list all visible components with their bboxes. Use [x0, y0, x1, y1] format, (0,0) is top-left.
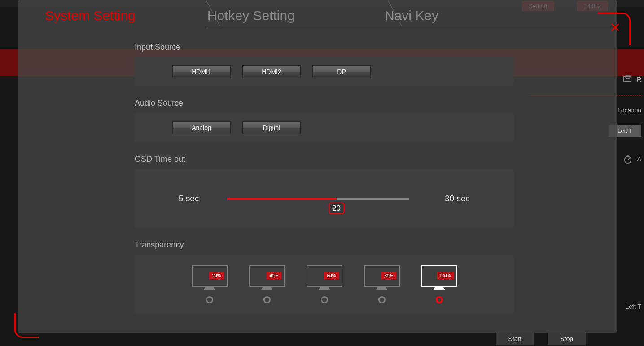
tab-hotkey-setting[interactable]: Hotkey Setting: [162, 0, 331, 32]
radio-icon: [436, 296, 443, 303]
input-source-panel: HDMI1 HDMI2 DP: [135, 57, 514, 86]
audio-digital-button[interactable]: Digital: [242, 121, 301, 134]
monitor-stand: [204, 286, 215, 290]
bg-r-label: R: [637, 76, 641, 83]
screen-icon: [622, 74, 632, 84]
input-hdmi2-button[interactable]: HDMI2: [242, 65, 301, 78]
tab-navi-key[interactable]: Navi Key: [331, 0, 465, 32]
radio-icon: [206, 296, 213, 303]
monitor-stand: [434, 286, 445, 290]
input-hdmi1-button[interactable]: HDMI1: [172, 65, 231, 78]
osd-timeout-panel: 5 sec 30 sec 20: [135, 169, 514, 228]
tab-bar: System Setting Hotkey Setting Navi Key: [18, 0, 617, 32]
monitor-stand: [319, 286, 330, 290]
audio-source-panel: Analog Digital: [135, 113, 514, 142]
radio-icon: [378, 296, 386, 303]
bg-start-btn: Start: [496, 333, 534, 345]
transparency-option-20[interactable]: 20%: [192, 265, 228, 303]
osd-min-label: 5 sec: [179, 194, 199, 203]
transparency-option-60[interactable]: 60%: [307, 265, 342, 303]
osd-slider-fill: [227, 198, 337, 200]
audio-analog-button[interactable]: Analog: [172, 121, 231, 134]
bg-stop-btn: Stop: [548, 333, 586, 345]
transparency-panel: 20%40%60%80%100%: [135, 255, 514, 313]
monitor-stand: [376, 286, 388, 290]
timer-icon: [623, 154, 633, 164]
transparency-option-40[interactable]: 40%: [249, 265, 285, 303]
osd-timeout-label: OSD Time out: [135, 155, 514, 164]
monitor-stand: [261, 286, 273, 290]
monitor-icon: 40%: [249, 265, 285, 287]
close-icon[interactable]: ✕: [609, 20, 621, 35]
bg-left-t: Left T: [625, 303, 641, 310]
settings-modal: System Setting Hotkey Setting Navi Key ✕…: [18, 0, 617, 333]
background-bottom-buttons: Start Stop: [496, 333, 586, 345]
osd-max-label: 30 sec: [445, 194, 470, 203]
input-dp-button[interactable]: DP: [312, 65, 371, 78]
radio-icon: [321, 296, 328, 303]
radio-icon: [263, 296, 271, 303]
transparency-option-80[interactable]: 80%: [364, 265, 400, 303]
transparency-tag: 40%: [267, 272, 281, 279]
transparency-tag: 60%: [324, 272, 338, 279]
osd-slider-track[interactable]: [227, 198, 409, 200]
transparency-tag: 80%: [381, 272, 396, 279]
bg-a-label: A: [637, 156, 641, 163]
transparency-tag: 100%: [437, 272, 454, 279]
bg-location-label: Location: [618, 107, 641, 114]
transparency-tag: 20%: [209, 272, 223, 279]
monitor-icon: 60%: [307, 265, 342, 287]
input-source-label: Input Source: [135, 43, 514, 52]
monitor-icon: 80%: [364, 265, 400, 287]
audio-source-label: Audio Source: [135, 99, 514, 108]
transparency-label: Transparency: [135, 240, 514, 250]
transparency-option-100[interactable]: 100%: [421, 265, 457, 303]
monitor-icon: 20%: [192, 265, 228, 287]
osd-slider-thumb[interactable]: 20: [329, 203, 344, 214]
monitor-icon: 100%: [421, 265, 457, 287]
tab-system-setting[interactable]: System Setting: [18, 0, 162, 32]
